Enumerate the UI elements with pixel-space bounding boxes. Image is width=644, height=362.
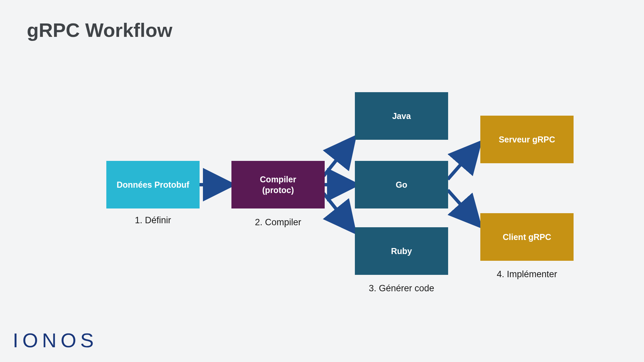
- box-ruby-label: Ruby: [391, 246, 412, 257]
- box-client-label: Client gRPC: [503, 232, 551, 243]
- box-go: Go: [355, 161, 448, 208]
- brand-logo: IONOS: [13, 329, 98, 352]
- box-go-label: Go: [396, 179, 408, 190]
- svg-line-1: [324, 142, 351, 176]
- box-ruby: Ruby: [355, 227, 448, 275]
- box-client: Client gRPC: [480, 213, 574, 261]
- svg-line-3: [324, 193, 351, 227]
- caption-step2: 2. Compiler: [231, 217, 325, 228]
- box-java-label: Java: [392, 111, 411, 122]
- box-compiler: Compiler (protoc): [231, 161, 325, 208]
- box-server-label: Serveur gRPC: [499, 134, 555, 145]
- caption-step3: 3. Générer code: [355, 283, 448, 294]
- box-protobuf: Données Protobuf: [106, 161, 200, 208]
- svg-line-4: [448, 147, 476, 179]
- caption-step1: 1. Définir: [106, 215, 200, 226]
- box-compiler-label: Compiler (protoc): [260, 174, 296, 196]
- page-title: gRPC Workflow: [27, 19, 172, 41]
- svg-line-5: [448, 190, 476, 221]
- box-java: Java: [355, 92, 448, 140]
- box-server: Serveur gRPC: [480, 116, 574, 163]
- box-compiler-label-l2: (protoc): [262, 185, 294, 195]
- caption-step4: 4. Implémenter: [480, 269, 574, 280]
- box-compiler-label-l1: Compiler: [260, 175, 296, 184]
- box-protobuf-label: Données Protobuf: [117, 179, 190, 190]
